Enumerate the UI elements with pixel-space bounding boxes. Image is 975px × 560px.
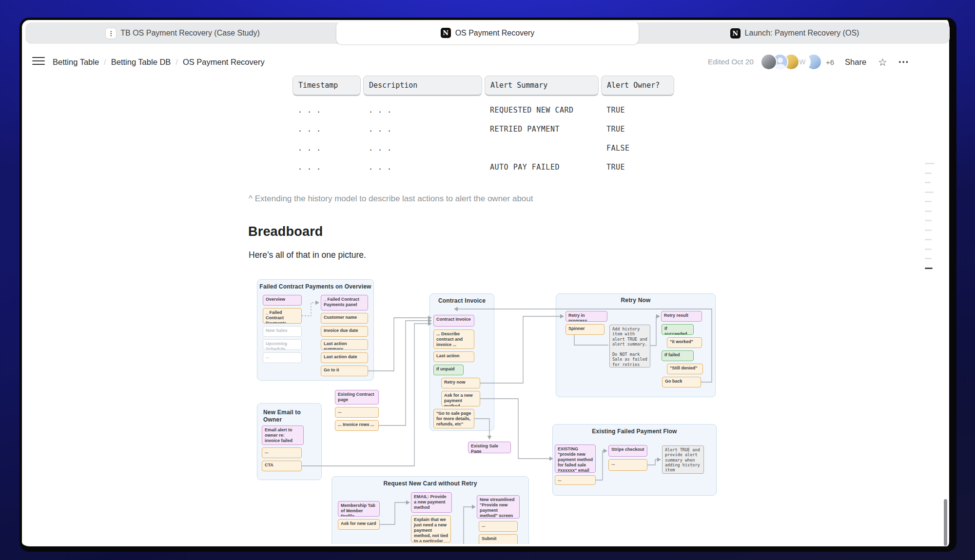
table-cell[interactable]: . . . — [363, 100, 482, 119]
breadboard-box-g1dots: ... — [263, 352, 302, 363]
breadboard-box-askcard: Ask for new card — [338, 519, 380, 530]
outline-mark[interactable] — [925, 201, 932, 202]
breadboard-box-g7dots: ... — [555, 475, 596, 485]
breadcrumb: Betting Table / Betting Table DB / OS Pa… — [53, 55, 265, 69]
breadboard-box-fcppanel: _ Failed Contract Payments panel — [321, 295, 368, 310]
breadboard-box-newstream: New streamlined "Provide new payment met… — [477, 495, 520, 519]
tab-os-payment-recovery[interactable]: N OS Payment Recovery — [336, 21, 639, 44]
breadboard-group-title: Request New Card without Retry — [332, 480, 529, 487]
table-caption: ^ Extending the history model to describ… — [249, 194, 717, 204]
table-cell[interactable]: . . . — [292, 119, 361, 138]
outline-mark-active[interactable] — [925, 268, 933, 270]
table-cell[interactable]: . . . — [363, 157, 482, 176]
intro-paragraph: Here’s all of that in one picture. — [249, 250, 366, 260]
breadboard-box-emailprov: EMAIL: Provide a new payment method — [411, 492, 452, 513]
breadboard-box-g4dots: ... — [262, 447, 302, 458]
outline-mark[interactable] — [925, 239, 932, 240]
more-collaborators-count[interactable]: +6 — [826, 58, 834, 66]
vertical-scrollbar[interactable] — [944, 499, 947, 546]
tab-label: Launch: Payment Recovery (OS) — [745, 29, 859, 38]
connector-invoicerows-to-contract-invoice — [379, 321, 431, 425]
favorite-star-icon[interactable]: ☆ — [878, 57, 887, 67]
table-cell[interactable]: . . . — [363, 119, 482, 138]
breadboard-box-ifunpaid: If unpaid — [433, 365, 464, 375]
outline-mark[interactable] — [925, 211, 932, 212]
table-cell[interactable]: . . . — [292, 100, 361, 119]
column-header[interactable]: Alert Owner? — [601, 76, 674, 95]
share-button[interactable]: Share — [845, 58, 866, 67]
breadboard-box-gotoit: Go to it — [321, 366, 368, 376]
outline-rail — [925, 163, 936, 277]
notion-icon: N — [730, 28, 741, 39]
breadboard-box-overview: Overview — [263, 295, 302, 306]
table-cell[interactable] — [485, 138, 599, 157]
breadboard-box-notealert: Alert TRUE and provide alert summary whe… — [662, 445, 704, 474]
breadboard-box-lastdate: Last action date — [321, 352, 368, 363]
column-header[interactable]: Timestamp — [292, 76, 361, 95]
breadcrumb-os-payment-recovery[interactable]: OS Payment Recovery — [183, 58, 265, 67]
tab-launch-payment-recovery[interactable]: N Launch: Payment Recovery (OS) — [697, 22, 892, 44]
breadcrumb-betting-table[interactable]: Betting Table — [53, 58, 99, 67]
breadcrumb-separator: / — [176, 58, 178, 67]
table-cell[interactable]: TRUE — [601, 157, 674, 176]
connector-gotoit-to-contract-invoice — [368, 318, 431, 371]
outline-mark[interactable] — [925, 258, 932, 259]
breadboard-box-newsales: New Sales — [263, 326, 302, 337]
breadboard-box-rresult: Retry result — [661, 311, 702, 322]
breadboard-box-explain: Explain that we just need a new payment … — [411, 515, 451, 542]
outline-mark[interactable] — [925, 182, 931, 183]
table-cell[interactable]: . . . — [292, 138, 361, 157]
menu-icon[interactable] — [32, 57, 45, 66]
breadboard-box-cta: CTA — [262, 461, 302, 471]
breadcrumb-separator: / — [104, 58, 106, 67]
breadboard-group-title: Failed Contract Payments on Overview — [257, 283, 374, 290]
more-options-icon[interactable]: ⋯ — [898, 57, 909, 67]
breadboard-box-stilldenied: "Still denied" — [667, 364, 703, 374]
breadboard-box-noteadd: Add history item with alert TRUE and ale… — [609, 325, 650, 367]
breadboard-box-esp: Existing Sale Page — [468, 442, 511, 453]
breadboard-box-ci: Contract Invoice — [433, 315, 474, 327]
breadboard-box-retrynow: Retry now — [441, 378, 480, 388]
table-cell[interactable]: REQUESTED NEW CARD — [485, 100, 599, 119]
breadboard-box-describe: ... Describe contract and invoice ... — [433, 329, 474, 349]
breadboard-box-g8dots: ... — [479, 521, 518, 532]
breadboard-box-spinner: Spinner — [566, 324, 604, 335]
column-header[interactable]: Description — [363, 76, 482, 95]
breadboard-box-gotosale: "Go to sale page for more details, refun… — [433, 409, 474, 428]
section-heading: Breadboard — [248, 224, 323, 239]
outline-mark[interactable] — [925, 192, 934, 193]
outline-mark[interactable] — [925, 220, 932, 221]
table-cell[interactable]: TRUE — [601, 100, 674, 119]
collaborator-avatars: W — [760, 54, 822, 70]
table-cell[interactable]: . . . — [292, 157, 361, 176]
breadboard-box-submit: Submit — [479, 534, 518, 544]
tab-tb-os-payment-recovery[interactable]: ⋮ TB OS Payment Recovery (Case Study) — [73, 22, 292, 44]
breadboard-diagram: Failed Contract Payments on OverviewOver… — [249, 277, 726, 544]
breadboard-box-rip: Retry in progress... — [566, 311, 607, 322]
breadboard-box-upsched: Upcoming Schedule — [263, 339, 302, 350]
tab-label: OS Payment Recovery — [455, 29, 535, 38]
breadboard-box-ecp: Existing Contract page — [335, 390, 379, 405]
breadboard-box-invdue: Invoice due date — [321, 326, 368, 337]
column-header[interactable]: Alert Summary — [485, 76, 599, 95]
outline-mark[interactable] — [925, 249, 932, 250]
outline-mark[interactable] — [925, 163, 935, 164]
breadboard-box-emailalert: Email alert to owner re: invoice failed — [262, 425, 304, 445]
table-cell[interactable]: TRUE — [601, 119, 674, 138]
breadboard-box-custname: Customer name — [321, 313, 368, 324]
breadboard-box-iffailed: If failed — [662, 350, 694, 361]
breadcrumb-betting-table-db[interactable]: Betting Table DB — [111, 58, 171, 67]
table-cell[interactable]: RETRIED PAYMENT — [485, 119, 599, 138]
table-cell[interactable]: . . . — [363, 138, 482, 157]
outline-mark[interactable] — [925, 230, 932, 231]
table-cell[interactable]: FALSE — [601, 138, 674, 157]
tab-label: TB OS Payment Recovery (Case Study) — [120, 29, 259, 38]
avatar[interactable] — [760, 54, 777, 70]
breadboard-box-asknew: Ask for a new payment method — [441, 391, 480, 406]
breadboard-box-ifsucc: If succeeded — [662, 324, 694, 335]
outline-mark[interactable] — [925, 173, 932, 174]
edited-timestamp: Edited Oct 20 — [708, 58, 754, 66]
table-cell[interactable]: AUTO PAY FAILED — [485, 157, 599, 176]
breadboard-box-fcp: _ Failed Contract Payments — [263, 308, 302, 324]
breadboard-box-lastsum: Last action summary — [321, 339, 368, 350]
